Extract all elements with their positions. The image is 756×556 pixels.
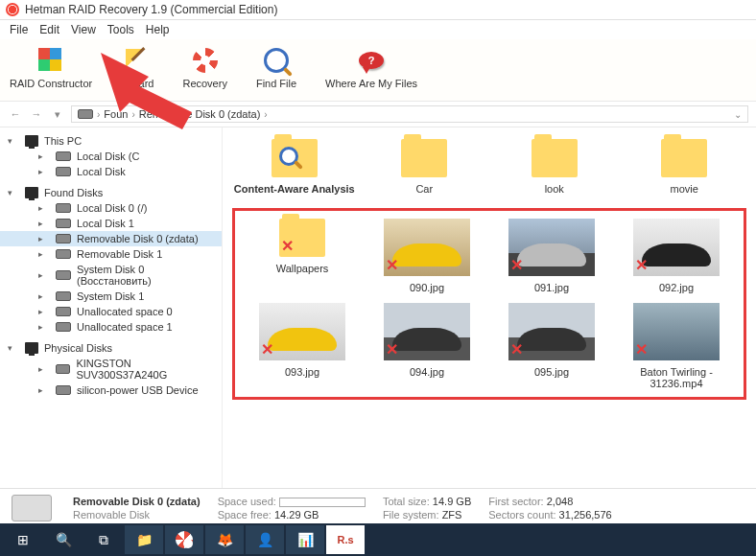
tree-item-local-disk-c[interactable]: ▸Local Disk (C <box>0 149 222 164</box>
expand-icon[interactable]: ▸ <box>38 249 50 259</box>
expand-icon[interactable]: ▸ <box>38 203 50 213</box>
find-file-button[interactable]: Find File <box>256 47 296 89</box>
expand-icon[interactable]: ▸ <box>38 151 50 161</box>
tree-item-local-disk[interactable]: ▸Local Disk <box>0 164 222 179</box>
recovery-button[interactable]: Recovery <box>182 47 226 89</box>
expand-icon[interactable]: ▸ <box>38 234 50 243</box>
tree-item-found-7[interactable]: ▸Unallocated space 1 <box>0 319 222 335</box>
monitor-icon <box>25 187 38 198</box>
menu-help[interactable]: Help <box>146 23 170 36</box>
menu-edit[interactable]: Edit <box>39 23 59 36</box>
find-label: Find File <box>256 78 296 89</box>
expand-icon[interactable]: ▸ <box>38 307 50 316</box>
collapse-icon[interactable]: ▾ <box>8 188 19 197</box>
tree-item-found-5[interactable]: ▸System Disk 1 <box>0 289 222 304</box>
raid-constructor-button[interactable]: RAID Constructor <box>10 47 92 89</box>
taskbar-app-3[interactable]: 👤 <box>246 525 284 554</box>
window-title: Hetman RAID Recovery 1.9 (Commercial Edi… <box>25 3 277 16</box>
folder-icon <box>532 139 578 177</box>
file-090[interactable]: ✕ 090.jpg <box>367 219 486 293</box>
delete-marker-icon: ✕ <box>261 340 273 359</box>
chevron-down-icon[interactable]: ⌄ <box>734 109 742 120</box>
where-files-button[interactable]: ? Where Are My Files <box>325 47 417 89</box>
chevron-icon: › <box>131 109 134 120</box>
folder-icon <box>401 139 447 177</box>
collapse-icon[interactable]: ▾ <box>8 343 19 353</box>
tree-item-found-3[interactable]: ▸Removable Disk 1 <box>0 246 222 262</box>
delete-marker-icon: ✕ <box>281 237 294 255</box>
nav-dropdown-button[interactable]: ▾ <box>50 106 65 122</box>
breadcrumb[interactable]: › Foun › Removable Disk 0 (zdata) › ⌄ <box>71 105 748 123</box>
folder-wallpapers[interactable]: ✕ Wallpapers <box>243 219 362 293</box>
image-thumb: ✕ <box>508 303 595 360</box>
app-taskbar-icon[interactable] <box>165 525 203 554</box>
tree-item-found-6[interactable]: ▸Unallocated space 0 <box>0 304 222 319</box>
expand-icon[interactable]: ▸ <box>38 385 50 395</box>
tree-found-disks[interactable]: ▾ Found Disks <box>0 185 222 200</box>
video-thumb: ✕ <box>633 303 720 360</box>
tree-item-physical-0[interactable]: ▸KINGSTON SUV300S37A240G <box>0 356 222 382</box>
expand-icon[interactable]: ▸ <box>38 167 50 176</box>
image-thumb: ✕ <box>633 219 720 276</box>
tree-item-found-1[interactable]: ▸Local Disk 1 <box>0 216 222 231</box>
file-094[interactable]: ✕ 094.jpg <box>367 303 486 389</box>
menu-tools[interactable]: Tools <box>107 23 134 36</box>
wizard-button[interactable]: Wizard <box>121 47 154 89</box>
folder-car[interactable]: Car <box>363 139 487 195</box>
menu-file[interactable]: File <box>10 23 28 36</box>
file-label: 093.jpg <box>285 366 319 378</box>
expand-icon[interactable]: ▸ <box>38 270 50 280</box>
menu-view[interactable]: View <box>71 23 96 36</box>
file-video[interactable]: ✕ Baton Twirling - 31236.mp4 <box>617 303 736 389</box>
taskbar-app-4[interactable]: 📊 <box>286 525 324 554</box>
delete-marker-icon: ✕ <box>386 256 398 274</box>
expand-icon[interactable]: ▸ <box>38 322 50 332</box>
tree-physical-disks[interactable]: ▾ Physical Disks <box>0 340 222 356</box>
taskbar-app-5[interactable]: R.s <box>326 525 365 554</box>
tree-item-found-2[interactable]: ▸Removable Disk 0 (zdata) <box>0 231 222 246</box>
question-icon: ? <box>358 47 385 74</box>
image-thumb: ✕ <box>259 303 345 360</box>
disk-icon <box>56 385 71 395</box>
space-free-value: 14.29 GB <box>274 509 319 521</box>
disk-icon <box>56 364 71 374</box>
file-095[interactable]: ✕ 095.jpg <box>492 303 611 389</box>
status-disk-name: Removable Disk 0 (zdata) <box>73 496 201 507</box>
disk-icon <box>78 109 93 119</box>
nav-back-button[interactable]: ← <box>8 106 23 122</box>
expand-icon[interactable]: ▸ <box>38 219 50 228</box>
recovered-files-highlight: ✕ Wallpapers ✕ 090.jpg ✕ 091.jpg ✕ 092.j… <box>232 208 746 400</box>
tree-item-physical-1[interactable]: ▸silicon-power USB Device <box>0 382 222 398</box>
file-093[interactable]: ✕ 093.jpg <box>243 303 362 389</box>
taskview-icon[interactable]: ⧉ <box>84 525 123 554</box>
nav-forward-button[interactable]: → <box>29 106 44 122</box>
folder-look[interactable]: look <box>492 139 617 195</box>
expand-icon[interactable]: ▸ <box>38 291 50 301</box>
delete-marker-icon: ✕ <box>386 340 398 359</box>
breadcrumb-part2: Removable Disk 0 (zdata) <box>139 108 261 120</box>
folder-analysis[interactable]: Content-Aware Analysis <box>232 139 357 195</box>
folder-movie[interactable]: movie <box>623 139 747 195</box>
first-sector-label: First sector: <box>488 496 543 507</box>
collapse-icon[interactable]: ▾ <box>8 136 19 146</box>
app-icon <box>6 3 19 16</box>
found-label: Found Disks <box>44 187 103 198</box>
file-092[interactable]: ✕ 092.jpg <box>617 219 736 293</box>
taskbar-app-2[interactable]: 🦊 <box>205 525 244 554</box>
start-button[interactable]: ⊞ <box>4 525 42 554</box>
item-label: silicon-power USB Device <box>77 384 199 396</box>
search-icon <box>263 47 290 74</box>
file-grid: Content-Aware Analysis Car look movie ✕ … <box>223 127 756 488</box>
expand-icon[interactable]: ▸ <box>38 364 50 374</box>
disk-icon <box>56 203 71 213</box>
disk-icon <box>56 270 71 280</box>
search-taskbar-icon[interactable]: 🔍 <box>44 525 83 554</box>
tree-item-found-4[interactable]: ▸System Disk 0 (Восстановить) <box>0 262 222 289</box>
tree-this-pc[interactable]: ▾ This PC <box>0 133 222 149</box>
file-091[interactable]: ✕ 091.jpg <box>492 219 611 293</box>
tree-item-found-0[interactable]: ▸Local Disk 0 (/) <box>0 200 222 216</box>
folder-label: movie <box>671 183 698 195</box>
breadcrumb-part1: Foun <box>104 108 128 120</box>
file-label: 091.jpg <box>534 282 569 293</box>
file-explorer-icon[interactable]: 📁 <box>125 525 163 554</box>
